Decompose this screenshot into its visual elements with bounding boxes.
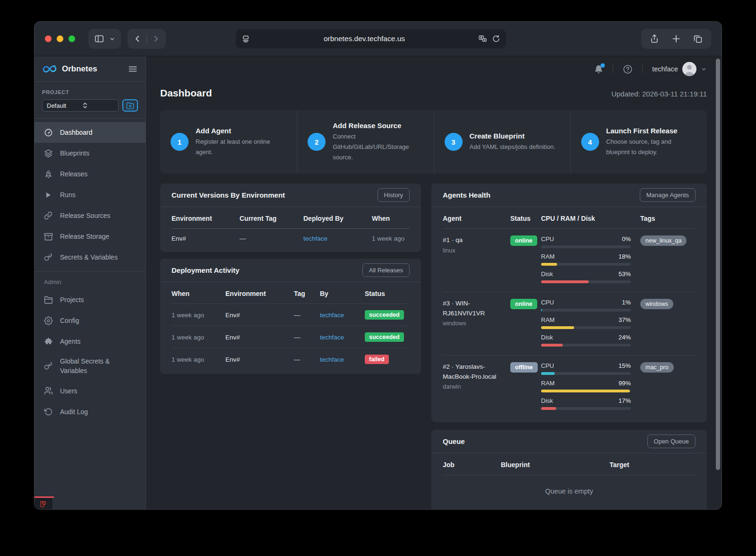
disk-bar	[541, 407, 556, 410]
sidebar-item-label: Audit Log	[60, 408, 88, 416]
add-project-button[interactable]	[122, 99, 138, 112]
address-bar[interactable]: orbnetes.dev.techface.us	[236, 29, 506, 48]
share-icon[interactable]	[650, 34, 659, 43]
project-select[interactable]: Default	[42, 99, 119, 112]
sidebar-item-label: Dashboard	[60, 129, 93, 136]
sidebar-item-blueprints[interactable]: Blueprints	[34, 143, 146, 164]
agent-status-badge: online	[510, 235, 537, 246]
step-title: Create Blueprint	[470, 132, 556, 140]
step-number-badge: 3	[445, 133, 463, 151]
sidebar-item-users[interactable]: Users	[34, 381, 146, 401]
sidebar-item-releases[interactable]: Releases	[34, 164, 146, 184]
page-scrollbar[interactable]	[716, 59, 720, 470]
layers-icon	[44, 149, 53, 158]
header-divider	[642, 65, 643, 73]
reload-icon[interactable]	[492, 35, 500, 43]
app-header: techface	[160, 56, 707, 82]
brand[interactable]: Orbnetes	[42, 64, 123, 74]
agent-row: #1 · qa linux online CPU0%	[443, 229, 696, 292]
column-header: Agent	[443, 215, 510, 222]
agent-tag: new_linux_qa	[640, 235, 687, 246]
open-queue-button[interactable]: Open Queue	[647, 434, 696, 448]
ram-bar	[541, 390, 630, 392]
sidebar-nav: Dashboard Blueprints Releases	[34, 119, 146, 422]
environment-cell: Env#	[172, 229, 240, 249]
metric-value: 18%	[619, 253, 631, 260]
forward-button[interactable]	[152, 35, 160, 43]
avatar	[682, 62, 696, 76]
current-versions-card: Current Versions By Environment History …	[160, 183, 421, 252]
step-title: Launch First Release	[606, 127, 696, 135]
metric-value: 99%	[619, 380, 631, 387]
agent-os: linux	[443, 247, 510, 254]
notifications-bell-icon[interactable]	[594, 64, 603, 74]
brand-name: Orbnetes	[62, 64, 97, 74]
sidebar-item-agents[interactable]: Agents	[34, 331, 146, 352]
window-controls	[45, 35, 75, 42]
step-number-badge: 4	[581, 133, 599, 151]
sidebar-item-projects[interactable]: Projects	[34, 289, 146, 310]
close-window-button[interactable]	[45, 35, 52, 42]
url-text: orbnetes.dev.techface.us	[250, 35, 478, 43]
status-badge: failed	[365, 355, 389, 364]
environment-cell: Env#	[225, 326, 294, 348]
history-button[interactable]: History	[378, 188, 410, 202]
sidebar-item-label: Config	[60, 317, 79, 324]
sidebar-item-audit-log[interactable]: Audit Log	[34, 401, 146, 422]
user-menu[interactable]: techface	[652, 62, 707, 76]
step-number-badge: 2	[308, 133, 326, 151]
sidebar-chevron-down-icon[interactable]	[109, 36, 115, 42]
by-link[interactable]: techface	[320, 334, 344, 341]
tabs-overview-icon[interactable]	[693, 34, 703, 43]
maximize-window-button[interactable]	[69, 35, 75, 42]
disk-metric: Disk17%	[541, 397, 631, 410]
tag-cell: —	[294, 326, 320, 348]
minimize-window-button[interactable]	[57, 35, 63, 42]
sidebar-item-config[interactable]: Config	[34, 310, 146, 331]
key-icon	[44, 253, 53, 261]
tag-cell: —	[294, 348, 320, 371]
when-cell: 1 week ago	[372, 229, 410, 249]
puzzle-icon	[44, 337, 53, 346]
browser-sidebar-icon[interactable]	[94, 34, 104, 44]
step-add-release-source: 2 Add Release Source Connect GitHub/GitL…	[297, 110, 433, 174]
back-button[interactable]	[133, 35, 142, 43]
metric-label: CPU	[541, 299, 554, 306]
users-icon	[44, 386, 53, 395]
sidebar-item-label: Agents	[60, 338, 81, 345]
by-link[interactable]: techface	[320, 356, 344, 363]
sidebar-item-dashboard[interactable]: Dashboard	[34, 122, 146, 143]
browser-toolbar: orbnetes.dev.techface.us	[34, 22, 722, 56]
current-versions-table: Environment Current Tag Deployed By When…	[172, 208, 410, 248]
all-releases-button[interactable]: All Releases	[362, 263, 410, 277]
ram-metric: RAM99%	[541, 380, 631, 392]
sidebar-header: Orbnetes	[34, 56, 146, 82]
hamburger-menu-icon[interactable]	[128, 64, 138, 74]
environment-cell: Env#	[225, 304, 294, 326]
orbnetes-logo-icon	[42, 64, 57, 74]
column-header: Status	[365, 283, 410, 304]
page-format-icon[interactable]	[241, 35, 250, 43]
metric-value: 37%	[619, 316, 631, 323]
sidebar-item-release-storage[interactable]: Release Storage	[34, 226, 146, 247]
sidebar-item-release-sources[interactable]: Release Sources	[34, 205, 146, 226]
sidebar-item-runs[interactable]: Runs	[34, 184, 146, 205]
by-link[interactable]: techface	[320, 312, 344, 319]
table-row: Env# — techface 1 week ago	[172, 229, 410, 249]
toolbar-right-group	[641, 29, 711, 49]
sidebar-item-global-secrets-variables[interactable]: Global Secrets & Variables	[34, 352, 146, 381]
new-tab-icon[interactable]	[671, 34, 681, 43]
help-icon[interactable]	[623, 64, 633, 74]
step-create-blueprint: 3 Create Blueprint Add YAML steps/jobs d…	[434, 110, 570, 174]
sidebar-item-label: Releases	[60, 170, 87, 178]
column-header: When	[172, 283, 225, 304]
laravel-debugbar[interactable]	[34, 496, 54, 509]
step-launch-first-release: 4 Launch First Release Choose source, ta…	[570, 110, 707, 174]
step-description: Choose source, tag and blueprint to depl…	[606, 137, 696, 157]
manage-agents-button[interactable]: Manage Agents	[640, 188, 696, 202]
agent-name: #2 · Yaroslavs-MacBook-Pro.local	[443, 362, 510, 382]
sidebar-item-label: Runs	[60, 191, 76, 199]
sidebar-item-secrets-variables[interactable]: Secrets & Variables	[34, 247, 146, 268]
translate-icon[interactable]	[478, 35, 487, 43]
deployed-by-link[interactable]: techface	[303, 235, 327, 242]
